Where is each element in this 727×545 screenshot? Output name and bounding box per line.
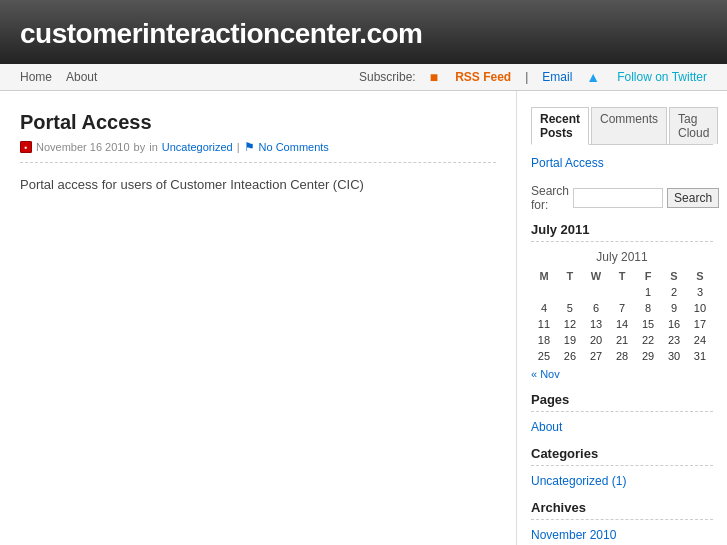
sidebar-tabs: Recent Posts Comments Tag Cloud (531, 107, 713, 145)
tab-tag-cloud[interactable]: Tag Cloud (669, 107, 718, 144)
categories-title: Categories (531, 446, 713, 461)
nav-bar: Home About Subscribe: ■ RSS Feed | Email… (0, 64, 727, 91)
pages-title: Pages (531, 392, 713, 407)
search-button[interactable]: Search (667, 188, 719, 208)
author-prefix: by (134, 141, 146, 153)
calendar-icon: ▪ (20, 141, 32, 153)
content-area: Portal Access ▪ November 16 2010 by in U… (0, 91, 517, 545)
site-title: customerinteractioncenter.com (20, 18, 707, 50)
calendar-table: M T W T F S S 123 4567 8910 (531, 268, 713, 364)
cal-day-t1: T (557, 268, 583, 284)
post-date: November 16 2010 (36, 141, 130, 153)
calendar-divider (531, 241, 713, 242)
meta-separator: | (237, 141, 240, 153)
recent-posts-list: Portal Access (531, 155, 713, 170)
recent-post-item[interactable]: Portal Access (531, 156, 604, 170)
archives-nov2010-link[interactable]: November 2010 (531, 528, 713, 542)
archives-divider (531, 519, 713, 520)
post-divider (20, 162, 496, 163)
calendar-prev-link[interactable]: « Nov (531, 368, 560, 380)
categories-uncategorized-link[interactable]: Uncategorized (1) (531, 474, 713, 488)
twitter-icon: ▲ (586, 69, 600, 85)
table-row: 123 (531, 284, 713, 300)
author-in-label: in (149, 141, 158, 153)
categories-divider (531, 465, 713, 466)
table-row: 25262728 293031 (531, 348, 713, 364)
subscribe-label: Subscribe: (359, 70, 416, 84)
rss-feed-link[interactable]: RSS Feed (455, 70, 511, 84)
twitter-link[interactable]: Follow on Twitter (617, 70, 707, 84)
tag-icon: ⚑ (244, 140, 255, 154)
nav-left: Home About (20, 70, 97, 84)
sidebar: Recent Posts Comments Tag Cloud Portal A… (517, 91, 727, 545)
tab-recent-posts[interactable]: Recent Posts (531, 107, 589, 145)
cal-day-s2: S (687, 268, 713, 284)
cal-day-w: W (583, 268, 609, 284)
main-wrapper: Portal Access ▪ November 16 2010 by in U… (0, 91, 727, 545)
search-label: Search for: (531, 184, 569, 212)
separator: | (525, 70, 528, 84)
tab-comments[interactable]: Comments (591, 107, 667, 144)
cal-day-s1: S (661, 268, 687, 284)
table-row: 11121314 151617 (531, 316, 713, 332)
cal-day-m: M (531, 268, 557, 284)
pages-about-link[interactable]: About (531, 420, 713, 434)
nav-about[interactable]: About (66, 70, 97, 84)
pages-divider (531, 411, 713, 412)
search-input[interactable] (573, 188, 663, 208)
archives-title: Archives (531, 500, 713, 515)
calendar-nav: « Nov (531, 368, 713, 380)
post-category-link[interactable]: Uncategorized (162, 141, 233, 153)
cal-day-t2: T (609, 268, 635, 284)
site-header: customerinteractioncenter.com (0, 0, 727, 64)
nav-right: Subscribe: ■ RSS Feed | Email ▲ Follow o… (359, 69, 707, 85)
email-link[interactable]: Email (542, 70, 572, 84)
rss-icon: ■ (430, 69, 438, 85)
no-comments-link[interactable]: No Comments (259, 141, 329, 153)
nav-home[interactable]: Home (20, 70, 52, 84)
table-row: 18192021 222324 (531, 332, 713, 348)
post-meta: ▪ November 16 2010 by in Uncategorized |… (20, 140, 496, 154)
calendar-header-row: M T W T F S S (531, 268, 713, 284)
calendar-section-title: July 2011 (531, 222, 713, 237)
post-title: Portal Access (20, 111, 496, 134)
search-row: Search for: Search (531, 184, 713, 212)
calendar-month-title: July 2011 (531, 250, 713, 264)
post-content: Portal access for users of Customer Inte… (20, 175, 496, 195)
cal-day-f: F (635, 268, 661, 284)
table-row: 4567 8910 (531, 300, 713, 316)
